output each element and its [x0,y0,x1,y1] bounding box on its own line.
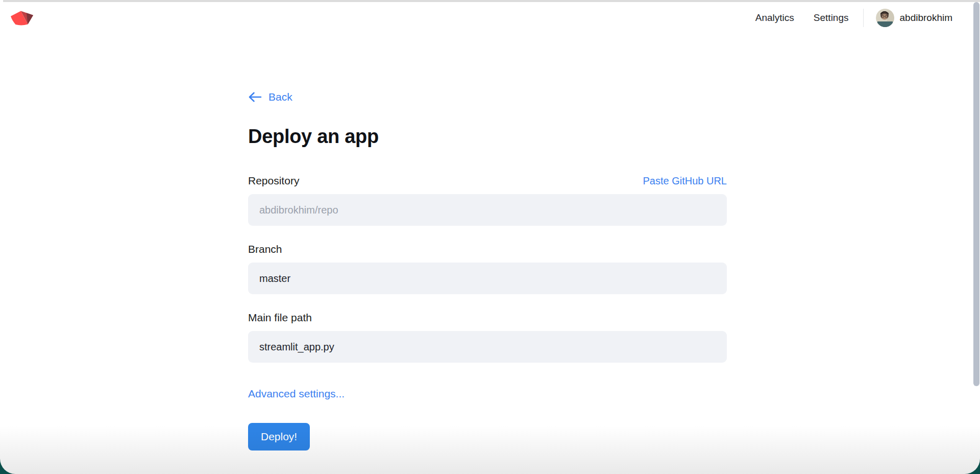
nav-divider [863,9,864,27]
top-navigation-bar: Analytics Settings [0,2,973,34]
back-label: Back [268,91,292,103]
user-avatar [876,9,894,27]
back-link[interactable]: Back [248,91,292,103]
repository-input[interactable] [248,194,727,226]
nav-settings-link[interactable]: Settings [814,12,849,23]
paste-github-url-link[interactable]: Paste GitHub URL [643,175,727,187]
scrollbar-thumb[interactable] [973,2,979,386]
main-sheet: Analytics Settings [0,0,980,474]
deploy-app-panel: Back Deploy an app Repository Paste GitH… [248,34,727,451]
main-file-path-input[interactable] [248,331,727,363]
branch-label: Branch [248,243,282,255]
page-scrollbar[interactable] [973,0,980,474]
repository-label: Repository [248,175,299,187]
branch-input[interactable] [248,263,727,294]
streamlit-logo-icon[interactable] [10,9,34,27]
user-menu[interactable]: abdibrokhim [876,9,953,27]
deploy-button[interactable]: Deploy! [248,423,310,451]
main-file-path-label: Main file path [248,312,312,324]
page-title: Deploy an app [248,126,727,148]
advanced-settings-link[interactable]: Advanced settings... [248,388,345,400]
username-label: abdibrokhim [900,12,953,23]
nav-analytics-link[interactable]: Analytics [755,12,794,23]
back-arrow-icon [248,91,262,103]
